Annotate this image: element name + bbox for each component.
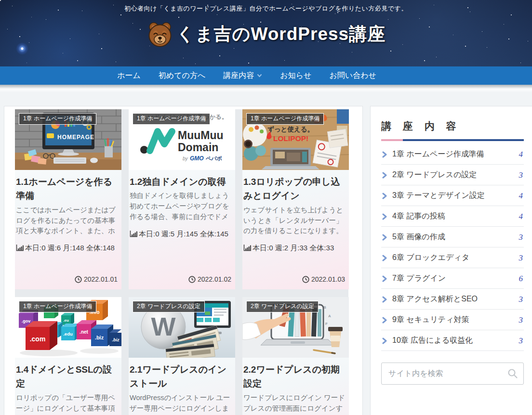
search-input[interactable] (381, 363, 524, 385)
svg-text:.biz: .biz (112, 337, 120, 342)
sidebar-item-chapter1[interactable]: 1章 ホームページ作成準備4 (381, 144, 524, 165)
site-search (381, 363, 524, 385)
site-tagline: 初心者向け「くま吉のワードプレス講座」自分でホームページやブログを作りたい方必見… (0, 0, 532, 13)
article-thumbnail[interactable]: すぐに使える、 ずっと使える。 LOLIPOP! (242, 109, 349, 170)
category-badge[interactable]: 1章 ホームページ作成準備 (133, 113, 210, 125)
chapter-list: 1章 ホームページ作成準備4 2章 ワードプレスの設定3 3章 テーマとデザイン… (381, 144, 524, 351)
sidebar-item-chapter6[interactable]: 6章 ブロックエディタ3 (381, 247, 524, 268)
magnifier-icon[interactable] (507, 368, 518, 379)
post-count: 3 (519, 295, 523, 304)
publish-date: 2022.01.03 (302, 271, 349, 289)
post-count: 4 (519, 150, 523, 159)
site-logo[interactable]: くま吉のWordPress講座 (0, 21, 532, 48)
chevron-right-icon (382, 337, 387, 344)
view-stats: 本日:0 週:5 月:145 全体:145 (129, 227, 235, 241)
category-badge[interactable]: 2章 ワードプレスの設定 (133, 301, 205, 312)
bar-chart-icon (16, 245, 24, 251)
content-area: HOMEPAGE (0, 92, 532, 415)
article-card[interactable]: すぐに使える、 ずっと使える。 LOLIPOP! (242, 109, 349, 289)
svg-text:.edu: .edu (63, 331, 73, 337)
sidebar-item-chapter9[interactable]: 9章 セキュリティ対策3 (381, 310, 524, 330)
post-count: 6 (519, 274, 523, 284)
article-excerpt: ウェブサイトを立ち上げようというとき「レンタルサーバー」の力を借りることになりま… (242, 205, 349, 236)
article-card[interactable]: 欲しいドメインがすぐ見つかる。 MuuMuu Domain by GMO ペパボ… (129, 109, 235, 289)
article-card[interactable]: HOMEPAGE (15, 109, 121, 289)
article-thumbnail[interactable]: HOMEPAGE (15, 109, 121, 170)
svg-text:A: A (328, 314, 331, 318)
article-title[interactable]: 2.2ワードプレスの初期設定 (242, 363, 349, 391)
heading-underline (381, 139, 524, 141)
clock-icon (75, 276, 82, 283)
sidebar-item-chapter4[interactable]: 4章 記事の投稿4 (381, 206, 524, 227)
clock-icon (302, 276, 309, 283)
svg-text:ペパボ: ペパボ (205, 156, 222, 161)
article-card[interactable]: QET BAF (242, 297, 349, 415)
chevron-right-icon (382, 296, 387, 303)
site-title: くま吉のWordPress講座 (176, 22, 386, 46)
article-card[interactable]: .gov .eu .info .edu .edu .net (15, 297, 121, 415)
svg-text:.com: .com (30, 335, 46, 343)
clock-icon (188, 276, 196, 283)
article-thumbnail[interactable]: W (129, 297, 235, 358)
bear-face-icon (146, 21, 173, 48)
article-title[interactable]: 1.1ホームページを作る準備 (15, 175, 121, 203)
view-stats: 本日:0 週:2 月:33 全体:33 (242, 241, 349, 255)
chevron-down-icon (257, 74, 262, 78)
svg-text:Domain: Domain (178, 141, 218, 154)
sidebar-item-chapter8[interactable]: 8章 アクセス解析とSEO3 (381, 289, 524, 310)
article-excerpt: ここではホームページまたはブログを作るにあたっての基本事項と大事なポイント、また… (15, 205, 121, 236)
sidebar-item-chapter7[interactable]: 7章 プラグイン6 (381, 268, 524, 289)
svg-text:F: F (325, 322, 328, 326)
category-badge[interactable]: 1章 ホームページ作成準備 (19, 301, 96, 312)
category-badge[interactable]: 1章 ホームページ作成準備 (19, 113, 96, 125)
chevron-right-icon (382, 255, 387, 261)
nav-item-news[interactable]: お知らせ (280, 71, 311, 81)
category-badge[interactable]: 2章 ワードプレスの設定 (246, 301, 319, 312)
sidebar-item-chapter2[interactable]: 2章 ワードプレスの設定3 (381, 165, 524, 185)
post-count: 3 (519, 315, 523, 325)
sidebar-item-chapter3[interactable]: 3章 テーマとデザイン設定4 (381, 185, 524, 206)
bar-chart-icon (243, 245, 251, 251)
main-nav: ホーム 初めての方へ 講座内容 お知らせ お問い合わせ (0, 66, 532, 85)
article-excerpt: ロリポップの「ユーザー専用ページ」にログインして基本事項を設定します。独自ドメイ… (15, 393, 121, 415)
sidebar-item-chapter5[interactable]: 5章 画像の作成3 (381, 227, 524, 247)
article-card[interactable]: W (129, 297, 235, 415)
sidebar-item-chapter10[interactable]: 10章 広告による収益化3 (381, 330, 524, 351)
category-badge[interactable]: 1章 ホームページ作成準備 (246, 113, 324, 125)
nav-item-home[interactable]: ホーム (117, 71, 141, 81)
nav-item-first-time[interactable]: 初めての方へ (159, 71, 206, 81)
article-excerpt: ワードプレスにログイン ワードプレスの管理画面にログインする一番簡単な方法は、w… (242, 393, 349, 415)
chevron-right-icon (382, 275, 387, 282)
chevron-right-icon (382, 193, 387, 199)
svg-text:.net: .net (80, 329, 88, 335)
article-title[interactable]: 1.3ロリポップの申し込みとログイン (242, 175, 349, 203)
article-thumbnail[interactable]: .gov .eu .info .edu .edu .net (15, 297, 121, 358)
bar-chart-icon (130, 231, 137, 237)
nav-shadow (0, 85, 532, 92)
card-grid: HOMEPAGE (15, 109, 348, 415)
post-count: 4 (519, 191, 523, 201)
svg-text:LOLIPOP!: LOLIPOP! (273, 134, 308, 143)
publish-date: 2022.01.02 (188, 271, 235, 289)
post-count: 4 (519, 212, 523, 221)
page: 初心者向け「くま吉のワードプレス講座」自分でホームページやブログを作りたい方必見… (0, 0, 532, 415)
post-count: 3 (519, 170, 523, 180)
post-count: 3 (519, 233, 523, 242)
article-title[interactable]: 1.2独自ドメインの取得 (129, 175, 235, 189)
article-excerpt: 独自ドメインを取得しましょう 初めてホームページやブログを作るる場合、事前に自分… (129, 191, 235, 222)
article-title[interactable]: 2.1ワードプレスのインストール (129, 363, 235, 391)
article-thumbnail[interactable]: QET BAF (242, 297, 349, 358)
chevron-right-icon (382, 213, 387, 220)
sidebar-course-content: 講 座 内 容 1章 ホームページ作成準備4 2章 ワードプレスの設定3 3章 … (370, 106, 532, 415)
svg-text:HOMEPAGE: HOMEPAGE (57, 134, 94, 141)
post-count: 3 (519, 336, 523, 346)
nav-item-contact[interactable]: お問い合わせ (329, 71, 376, 81)
nav-item-course[interactable]: 講座内容 (223, 71, 262, 81)
article-thumbnail[interactable]: 欲しいドメインがすぐ見つかる。 MuuMuu Domain by GMO ペパボ… (129, 109, 235, 170)
sidebar-heading: 講 座 内 容 (381, 119, 524, 133)
post-count: 3 (519, 253, 523, 263)
article-title[interactable]: 1.4ドメインとSSLの設定 (15, 363, 121, 391)
svg-text:W: W (151, 312, 176, 341)
chevron-right-icon (382, 317, 387, 324)
svg-text:.eu: .eu (63, 318, 69, 323)
